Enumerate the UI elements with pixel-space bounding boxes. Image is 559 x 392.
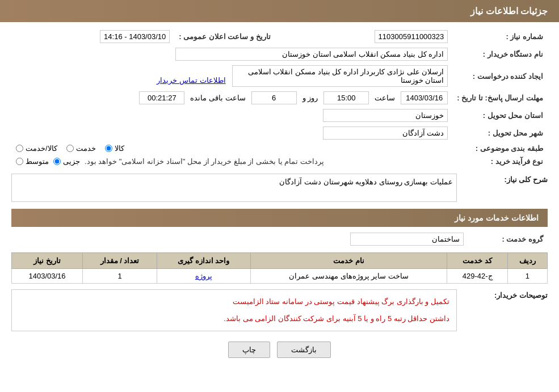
farayand-desc: پرداخت تمام یا بخشی از مبلغ خریدار از مح… — [85, 157, 324, 166]
sharh-koli-label: شرح کلی نیاز: — [457, 172, 548, 187]
kala-option[interactable]: کالا — [105, 144, 124, 153]
mohlat-label: مهلت ارسال پاسخ: تا تاریخ : — [452, 89, 548, 107]
content-area: شماره نیاز : 1103005911000323 تاریخ و سا… — [0, 22, 559, 373]
grohe-value-cell: ساختمان — [11, 230, 468, 248]
namdastgah-value: اداره کل بنیاد مسکن انقلاب اسلامی استان … — [175, 48, 448, 61]
toseif-row: توصیحات خریدار: تکمیل و بارگذاری برگ پیش… — [11, 288, 548, 332]
service-table: ردیف کد خدمت نام خدمت واحد اندازه گیری ت… — [11, 252, 548, 284]
grohe-row: گروه خدمت : ساختمان — [11, 230, 548, 248]
tarikhe-elam-value-cell: 1403/03/10 - 14:16 — [11, 28, 174, 45]
tarif-value-cell: کالا/خدمت خدمت کالا — [11, 142, 452, 155]
col-radif: ردیف — [507, 253, 547, 269]
buttons-row: بازگشت چاپ — [11, 342, 548, 358]
sharh-koli-content: عملیات بهسازی روستای دهلاویه شهرستان دشت… — [11, 172, 457, 203]
cell-kod: ج-42-429 — [447, 269, 507, 284]
col-name: نام خدمت — [250, 253, 447, 269]
ostan-value-cell: خوزستان — [11, 107, 452, 124]
noe-farayand-value-cell: متوسط جزیی پرداخت تمام یا بخشی از مبلغ خ… — [11, 155, 452, 168]
col-kod: کد خدمت — [447, 253, 507, 269]
motavaset-label: متوسط — [26, 157, 49, 166]
saat-value: 15:00 — [323, 91, 369, 104]
motavaset-option[interactable]: متوسط — [16, 157, 49, 166]
grohe-label: گروه خدمت : — [468, 230, 548, 248]
service-table-head: ردیف کد خدمت نام خدمت واحد اندازه گیری ت… — [12, 253, 548, 269]
service-table-header-row: ردیف کد خدمت نام خدمت واحد اندازه گیری ت… — [12, 253, 548, 269]
mohlat-date-value: 1403/03/16 — [401, 91, 448, 104]
bazgasht-button[interactable]: بازگشت — [277, 342, 331, 358]
jozei-label: جزیی — [63, 157, 80, 166]
toseif-box: تکمیل و بارگذاری برگ پیشنهاد قیمت پوستی … — [11, 289, 457, 331]
khadamat-radio[interactable] — [66, 145, 74, 152]
shahr-value-cell: دشت آزادگان — [11, 124, 452, 142]
khadamat-label: خدمت — [76, 144, 96, 153]
toseif-content: تکمیل و بارگذاری برگ پیشنهاد قیمت پوستی … — [11, 288, 457, 332]
col-vahed: واحد اندازه گیری — [157, 253, 250, 269]
kala-radio[interactable] — [105, 145, 112, 152]
sharh-koli-box: عملیات بهسازی روستای دهلاویه شهرستان دشت… — [11, 174, 457, 202]
tamas-khariddar-link[interactable]: اطلاعات تماس خریدار — [157, 76, 225, 85]
roz-value: 6 — [251, 91, 297, 104]
chap-button[interactable]: چاپ — [228, 342, 270, 358]
tarif-label: طبقه بندی موضوعی : — [452, 142, 548, 155]
kala-khadamat-label: کالا/خدمت — [26, 144, 57, 153]
grohe-khadamat-table: گروه خدمت : ساختمان — [11, 230, 548, 248]
sharh-koli-value: عملیات بهسازی روستای دهلاویه شهرستان دشت… — [279, 178, 453, 186]
service-table-body: 1 ج-42-429 ساخت سایر پروژه‌های مهندسی عم… — [12, 269, 548, 284]
saat-label: ساعت — [375, 94, 395, 102]
ijadkonande-label: ایجاد کننده درخواست : — [452, 63, 548, 89]
baghimande-label: ساعت باقی مانده — [190, 94, 245, 102]
toseif-line1: تکمیل و بارگذاری برگ پیشنهاد قیمت پوستی … — [15, 293, 453, 310]
toseif-line2: داشتن حداقل رتبه 5 راه و یا 5 آبنیه برای… — [15, 310, 453, 327]
ostan-row: استان محل تحویل : خوزستان — [11, 107, 548, 124]
page-wrapper: جزئیات اطلاعات نیاز شماره نیاز : 1103005… — [0, 0, 559, 392]
namdastgah-row: نام دستگاه خریدار : اداره کل بنیاد مسکن … — [11, 45, 548, 63]
baghimande-value: 00:21:27 — [139, 91, 184, 104]
jozei-option[interactable]: جزیی — [53, 157, 80, 166]
ostan-label: استان محل تحویل : — [452, 107, 548, 124]
noe-farayand-row: نوع فرآیند خرید : متوسط جزیی پرداخت تمام… — [11, 155, 548, 168]
cell-name: ساخت سایر پروژه‌های مهندسی عمران — [250, 269, 447, 284]
toseif-label: توصیحات خریدار: — [457, 288, 548, 302]
col-tedad: تعداد / مقدار — [83, 253, 157, 269]
shomare-niaz-row: شماره نیاز : 1103005911000323 تاریخ و سا… — [11, 28, 548, 45]
jozei-radio[interactable] — [53, 158, 61, 165]
shomare-niaz-label: شماره نیاز : — [452, 28, 548, 45]
shomare-niaz-value: 1103005911000323 — [375, 30, 448, 43]
services-header: اطلاعات خدمات مورد نیاز — [11, 209, 548, 227]
kala-khadamat-radio[interactable] — [16, 145, 23, 152]
shahr-label: شهر محل تحویل : — [452, 124, 548, 142]
tarikhe-elam-value: 1403/03/10 - 14:16 — [100, 30, 170, 43]
ostan-value: خوزستان — [323, 109, 448, 122]
kala-khadamat-option[interactable]: کالا/خدمت — [16, 144, 57, 153]
shomare-niaz-value-cell: 1103005911000323 — [282, 28, 453, 45]
grohe-value: ساختمان — [350, 233, 464, 246]
page-header: جزئیات اطلاعات نیاز — [0, 0, 559, 22]
mohlat-value-cell: 1403/03/16 ساعت 15:00 روز و 6 ساعت باقی … — [11, 89, 452, 107]
noe-farayand-label: نوع فرآیند خرید : — [452, 155, 548, 168]
ijadkonande-row: ایجاد کننده درخواست : ارسلان علی نژادی ک… — [11, 63, 548, 89]
shahr-row: شهر محل تحویل : دشت آزادگان — [11, 124, 548, 142]
roz-label: روز و — [302, 94, 318, 102]
ijadkonande-value: ارسلان علی نژادی کاربردار اداره کل بنیاد… — [232, 65, 448, 87]
tarikhe-elam-label: تاریخ و ساعت اعلان عمومی : — [174, 28, 281, 45]
khadamat-option[interactable]: خدمت — [66, 144, 96, 153]
table-row: 1 ج-42-429 ساخت سایر پروژه‌های مهندسی عم… — [12, 269, 548, 284]
sharh-koli-row: شرح کلی نیاز: عملیات بهسازی روستای دهلاو… — [11, 172, 548, 203]
cell-tarikh: 1403/03/16 — [12, 269, 83, 284]
cell-radif: 1 — [507, 269, 547, 284]
shahr-value: دشت آزادگان — [323, 127, 448, 140]
namdastgah-value-cell: اداره کل بنیاد مسکن انقلاب اسلامی استان … — [11, 45, 452, 63]
cell-vahed[interactable]: پروژه — [157, 269, 250, 284]
page-title: جزئیات اطلاعات نیاز — [470, 6, 548, 16]
tarif-row: طبقه بندی موضوعی : کالا/خدمت خدمت کالا — [11, 142, 548, 155]
namdastgah-label: نام دستگاه خریدار : — [452, 45, 548, 63]
cell-tedad: 1 — [83, 269, 157, 284]
kala-label: کالا — [115, 144, 124, 153]
motavaset-radio[interactable] — [16, 158, 23, 165]
ijadkonande-value-cell: ارسلان علی نژادی کاربردار اداره کل بنیاد… — [11, 63, 452, 89]
main-info-table: شماره نیاز : 1103005911000323 تاریخ و سا… — [11, 28, 548, 168]
col-tarikh: تاریخ نیاز — [12, 253, 83, 269]
mohlat-row: مهلت ارسال پاسخ: تا تاریخ : 1403/03/16 س… — [11, 89, 548, 107]
